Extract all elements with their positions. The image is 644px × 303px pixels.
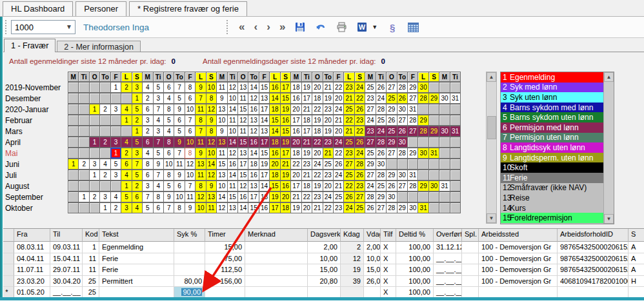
calendar-day-cell[interactable]: 5 (132, 104, 143, 115)
cell-merknad[interactable] (245, 264, 308, 276)
column-header-kdag[interactable]: Kdag (341, 229, 364, 242)
calendar-day-cell[interactable]: 19 (301, 82, 312, 93)
calendar-day-cell[interactable]: 24 (343, 202, 354, 213)
calendar-day-cell[interactable]: 21 (280, 159, 291, 170)
calendar-day-cell[interactable]: 18 (269, 170, 280, 181)
calendar-day-cell[interactable]: 15 (280, 93, 291, 104)
cell-merknad[interactable] (245, 242, 308, 253)
calendar-day-cell[interactable]: 17 (248, 191, 259, 202)
calendar-day-cell[interactable]: 27 (365, 170, 376, 181)
cell-timer[interactable]: 15,00 (205, 242, 245, 253)
calendar-day-cell[interactable]: 11 (227, 115, 238, 126)
calendar-day-cell[interactable]: 27 (354, 191, 365, 202)
cell-til[interactable]: 15.04.11 (50, 253, 83, 265)
calendar-day-cell[interactable]: 25 (365, 82, 376, 93)
cell-fra[interactable]: 23.03.20 (14, 276, 50, 288)
cell-tekst[interactable]: Ferie (99, 253, 174, 265)
column-header-fra[interactable]: Fra (14, 229, 50, 242)
calendar-day-cell[interactable]: 10 (227, 93, 238, 104)
calendar-day-cell[interactable]: 31 (407, 170, 418, 181)
calendar-day-cell[interactable]: 18 (259, 191, 270, 202)
calendar-day-cell[interactable]: 3 (142, 115, 153, 126)
calendar-day-cell[interactable]: 29 (376, 191, 387, 202)
calendar-day-cell[interactable]: 20 (290, 104, 301, 115)
cell-deltid-[interactable]: 100,00 (396, 242, 434, 253)
calendar-day-cell[interactable]: 26 (354, 170, 365, 181)
calendar-day-cell[interactable]: 5 (142, 202, 153, 213)
calendar-day-cell[interactable]: 12 (237, 115, 248, 126)
calendar-day-cell[interactable]: 23 (312, 191, 323, 202)
calendar-day-cell[interactable]: 22 (290, 159, 301, 170)
calendar-day-cell[interactable]: 14 (206, 159, 217, 170)
cell-arbeidsforholdid[interactable]: 987654325000206152 (558, 242, 629, 253)
calendar-day-cell[interactable]: 9 (174, 104, 185, 115)
calendar-day-cell[interactable]: 25 (343, 170, 354, 181)
calendar-day-cell[interactable]: 16 (227, 159, 238, 170)
calendar-day-cell[interactable]: 3 (142, 181, 153, 191)
calendar-day-cell[interactable]: 17 (259, 104, 270, 115)
calendar-day-cell[interactable]: 3 (110, 170, 121, 181)
calendar-day-cell[interactable]: 17 (269, 202, 280, 213)
column-header-tekst[interactable]: Tekst (99, 229, 174, 242)
calendar-day-cell[interactable]: 21 (323, 82, 334, 93)
calendar-day-cell[interactable]: 18 (290, 82, 301, 93)
calendar-day-cell[interactable]: 21 (312, 202, 323, 213)
calendar-day-cell[interactable]: 31 (439, 181, 450, 191)
calendar-day-cell[interactable]: 15 (237, 137, 248, 148)
legend-item-9[interactable]: 9Langtidsperm. uten lønn (501, 153, 603, 163)
calendar-day-cell[interactable]: 6 (132, 191, 143, 202)
cell-overf-rt[interactable]: 31.12.12 (434, 242, 462, 253)
calendar-day-cell[interactable]: 7 (195, 93, 206, 104)
calendar-day-cell[interactable]: 28 (418, 126, 428, 137)
calendar-day-cell[interactable]: 14 (269, 93, 280, 104)
legend-item-3[interactable]: 3Syk uten lønn (501, 92, 603, 103)
cell-tilf[interactable]: X (381, 276, 396, 288)
cell-syk-[interactable]: 80,00 (174, 276, 205, 288)
cell-syk-[interactable] (174, 242, 205, 253)
calendar-day-cell[interactable]: 23 (333, 202, 344, 213)
tab-fravaer[interactable]: 1 - Fravær (4, 39, 55, 52)
calendar-day-cell[interactable]: 5 (163, 115, 174, 126)
calendar-day-cell[interactable]: 15 (269, 115, 280, 126)
calendar-day-cell[interactable]: 13 (248, 181, 259, 191)
calendar-day-cell[interactable]: 25 (343, 104, 354, 115)
calendar-day-cell[interactable]: 31 (407, 104, 418, 115)
calendar-day-cell[interactable]: 17 (301, 126, 312, 137)
calendar-day-cell[interactable]: 7 (132, 159, 143, 170)
calendar-day-cell[interactable]: 26 (386, 181, 397, 191)
calendar-day-cell[interactable]: 4 (163, 93, 174, 104)
calendar-day-cell[interactable]: 6 (142, 104, 153, 115)
calendar-day-cell[interactable]: 8 (206, 93, 217, 104)
calendar-day-cell[interactable]: 13 (216, 104, 227, 115)
calendar-day-cell[interactable]: 23 (301, 159, 312, 170)
cell-s[interactable]: A (629, 264, 644, 276)
calendar-day-cell[interactable]: 26 (376, 82, 387, 93)
calendar-day-cell[interactable]: 20 (333, 93, 344, 104)
calendar-day-cell[interactable]: 9 (185, 202, 196, 213)
calendar-day-cell[interactable]: 4 (121, 104, 132, 115)
column-header-timer[interactable]: Timer (205, 229, 245, 242)
calendar-day-cell[interactable]: 24 (376, 126, 387, 137)
calendar-day-cell[interactable]: 12 (248, 93, 259, 104)
calendar-day-cell[interactable]: 12 (248, 126, 259, 137)
calendar-day-cell[interactable]: 23 (354, 181, 365, 191)
word-dropdown-caret[interactable]: ▼ (372, 24, 377, 30)
calendar-day-cell[interactable]: 29 (428, 93, 439, 104)
calendar-day-cell[interactable]: 12 (206, 104, 217, 115)
calendar-day-cell[interactable]: 16 (290, 126, 301, 137)
calendar-day-cell[interactable]: 2 (99, 137, 110, 148)
calendar-day-cell[interactable]: 10 (195, 202, 206, 213)
legend-item-7[interactable]: 7Permisjon uten lønn (501, 133, 603, 143)
calendar-day-cell[interactable]: 20 (323, 115, 334, 126)
calendar-day-cell[interactable]: 28 (386, 202, 397, 213)
calendar-day-cell[interactable]: 22 (312, 137, 323, 148)
calendar-day-cell[interactable]: 10 (174, 191, 185, 202)
calendar-day-cell[interactable]: 25 (386, 126, 397, 137)
calendar-day-cell[interactable]: 8 (153, 191, 164, 202)
calendar-day-cell[interactable]: 25 (343, 137, 354, 148)
cell-spl-[interactable] (462, 276, 479, 288)
calendar-day-cell[interactable]: 30 (386, 191, 397, 202)
cell-arbeidsforholdid[interactable]: 987654325000206152 (558, 264, 629, 276)
calendar-day-cell[interactable]: 16 (259, 202, 270, 213)
calendar-day-cell[interactable]: 18 (280, 202, 291, 213)
